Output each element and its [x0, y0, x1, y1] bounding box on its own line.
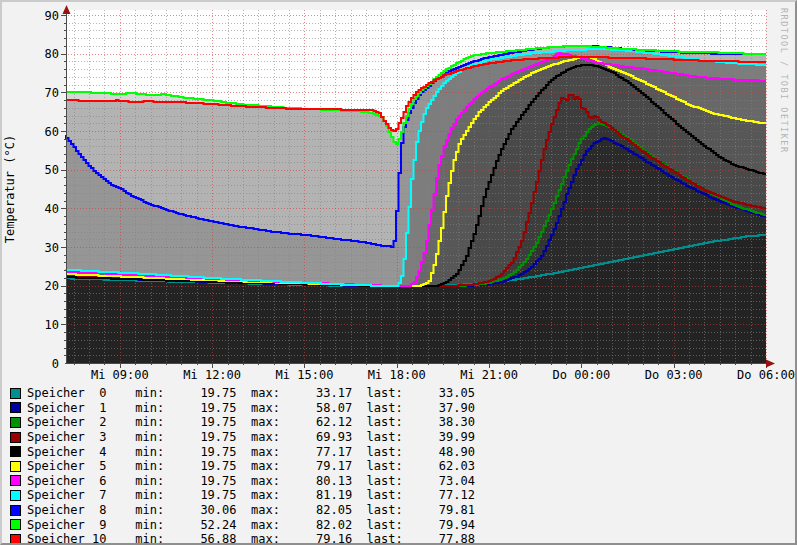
svg-text:Do 00:00: Do 00:00: [552, 368, 610, 382]
legend-color-swatch: [10, 461, 21, 472]
legend-color-swatch: [10, 519, 21, 530]
svg-text:80: 80: [45, 47, 59, 61]
svg-text:10: 10: [45, 318, 59, 332]
svg-text:90: 90: [45, 9, 59, 23]
legend-row: Speicher 0 min: 19.75 max: 33.17 last: 3…: [10, 386, 475, 401]
legend-row: Speicher 3 min: 19.75 max: 69.93 last: 3…: [10, 430, 475, 445]
legend-row-text: Speicher 6 min: 19.75 max: 80.13 last: 7…: [27, 475, 475, 487]
watermark: RRDTOOL / TOBI OETIKER: [779, 8, 789, 154]
svg-text:0: 0: [52, 357, 59, 371]
legend-row-text: Speicher 3 min: 19.75 max: 69.93 last: 3…: [27, 431, 475, 443]
svg-text:Do 03:00: Do 03:00: [645, 368, 703, 382]
legend-row: Speicher 6 min: 19.75 max: 80.13 last: 7…: [10, 474, 475, 489]
legend-row: Speicher 1 min: 19.75 max: 58.07 last: 3…: [10, 401, 475, 416]
legend-row-text: Speicher 2 min: 19.75 max: 62.12 last: 3…: [27, 416, 475, 428]
legend-row: Speicher 7 min: 19.75 max: 81.19 last: 7…: [10, 488, 475, 503]
legend-row-text: Speicher 8 min: 30.06 max: 82.05 last: 7…: [27, 504, 475, 516]
chart-legend: Speicher 0 min: 19.75 max: 33.17 last: 3…: [10, 386, 475, 545]
legend-row: Speicher 5 min: 19.75 max: 79.17 last: 6…: [10, 459, 475, 474]
x-tick-labels: Mi 09:00Mi 12:00Mi 15:00Mi 18:00Mi 21:00…: [91, 368, 795, 382]
svg-text:Mi 15:00: Mi 15:00: [276, 368, 334, 382]
legend-row-text: Speicher 10 min: 56.88 max: 79.16 last: …: [27, 533, 475, 545]
legend-color-swatch: [10, 505, 21, 516]
legend-row: Speicher 8 min: 30.06 max: 82.05 last: 7…: [10, 503, 475, 518]
legend-row-text: Speicher 5 min: 19.75 max: 79.17 last: 6…: [27, 460, 475, 472]
y-axis-title: Temperatur (°C): [3, 135, 17, 243]
x-axis-arrow-icon: [766, 360, 775, 368]
svg-text:Mi 18:00: Mi 18:00: [368, 368, 426, 382]
svg-text:Mi 09:00: Mi 09:00: [91, 368, 149, 382]
legend-row: Speicher 9 min: 52.24 max: 82.02 last: 7…: [10, 517, 475, 532]
legend-color-swatch: [10, 490, 21, 501]
legend-row-text: Speicher 4 min: 19.75 max: 77.17 last: 4…: [27, 446, 475, 458]
legend-color-swatch: [10, 446, 21, 457]
svg-text:70: 70: [45, 86, 59, 100]
legend-row-text: Speicher 7 min: 19.75 max: 81.19 last: 7…: [27, 489, 475, 501]
svg-text:Mi 12:00: Mi 12:00: [183, 368, 241, 382]
legend-row: Speicher 4 min: 19.75 max: 77.17 last: 4…: [10, 444, 475, 459]
legend-row: Speicher 2 min: 19.75 max: 62.12 last: 3…: [10, 415, 475, 430]
legend-color-swatch: [10, 432, 21, 443]
legend-color-swatch: [10, 475, 21, 486]
svg-text:20: 20: [45, 279, 59, 293]
svg-text:Do 06:00: Do 06:00: [737, 368, 795, 382]
legend-row-text: Speicher 0 min: 19.75 max: 33.17 last: 3…: [27, 387, 475, 399]
legend-color-swatch: [10, 417, 21, 428]
svg-text:30: 30: [45, 241, 59, 255]
y-axis-arrow-icon: [63, 5, 71, 14]
svg-text:60: 60: [45, 125, 59, 139]
legend-row-text: Speicher 1 min: 19.75 max: 58.07 last: 3…: [27, 402, 475, 414]
rrdtool-graph-window: 0102030405060708090Mi 09:00Mi 12:00Mi 15…: [0, 0, 797, 545]
svg-text:50: 50: [45, 163, 59, 177]
legend-row: Speicher 10 min: 56.88 max: 79.16 last: …: [10, 532, 475, 545]
legend-color-swatch: [10, 534, 21, 545]
legend-color-swatch: [10, 388, 21, 399]
svg-text:40: 40: [45, 202, 59, 216]
svg-text:Mi 21:00: Mi 21:00: [460, 368, 518, 382]
y-tick-labels: 0102030405060708090: [45, 9, 59, 371]
legend-color-swatch: [10, 402, 21, 413]
legend-row-text: Speicher 9 min: 52.24 max: 82.02 last: 7…: [27, 519, 475, 531]
